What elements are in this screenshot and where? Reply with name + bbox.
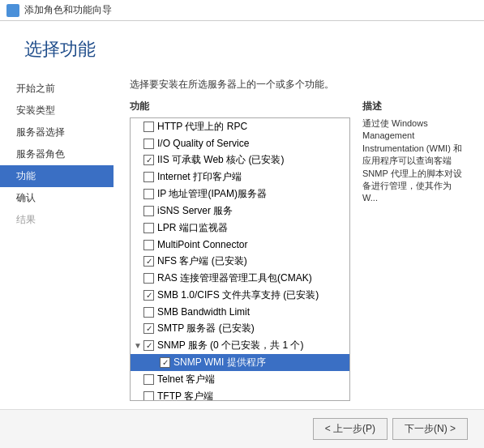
title-bar: 添加角色和功能向导 xyxy=(0,0,484,21)
feature-item-label: I/O Quality of Service xyxy=(157,138,249,149)
feature-checkbox[interactable] xyxy=(143,256,154,267)
feature-list-item[interactable]: iSNS Server 服务 xyxy=(131,203,349,220)
feature-checkbox[interactable] xyxy=(143,391,154,401)
sidebar-item[interactable]: 安装类型 xyxy=(0,100,114,122)
feature-checkbox[interactable] xyxy=(143,374,154,385)
feature-list-item[interactable]: NFS 客户端 (已安装) xyxy=(131,253,349,270)
feature-checkbox[interactable] xyxy=(143,189,154,199)
feature-item-label: IIS 可承载 Web 核心 (已安装) xyxy=(157,153,284,167)
next-button[interactable]: 下一步(N) > xyxy=(392,418,468,440)
feature-item-label: Telnet 客户端 xyxy=(157,373,215,386)
feature-item-label: RAS 连接管理器管理工具包(CMAK) xyxy=(157,271,312,285)
feature-item-label: iSNS Server 服务 xyxy=(157,204,233,218)
feature-label: 功能 xyxy=(130,100,350,113)
sidebar: 开始之前安装类型服务器选择服务器角色功能确认结果 xyxy=(0,70,114,409)
feature-list[interactable]: HTTP 代理上的 RPCI/O Quality of ServiceIIS 可… xyxy=(130,117,350,401)
feature-item-label: LPR 端口监视器 xyxy=(157,221,228,235)
main-container: 选择功能 开始之前安装类型服务器选择服务器角色功能确认结果 选择要安装在所选服务… xyxy=(0,21,484,448)
sidebar-item[interactable]: 服务器选择 xyxy=(0,122,114,143)
feature-checkbox[interactable] xyxy=(143,223,154,233)
feature-list-item[interactable]: I/O Quality of Service xyxy=(131,135,349,151)
feature-list-item[interactable]: MultiPoint Connector xyxy=(131,237,349,253)
feature-list-item[interactable]: SMB 1.0/CIFS 文件共享支持 (已安装) xyxy=(131,287,349,304)
description-section: 描述 通过使 Windows Management Instrumentatio… xyxy=(362,100,468,401)
feature-item-label: MultiPoint Connector xyxy=(157,239,247,250)
feature-checkbox[interactable] xyxy=(143,307,154,318)
main-content: 选择要安装在所选服务器上的一个或多个功能。 功能 HTTP 代理上的 RPCI/… xyxy=(114,70,484,409)
title-bar-text: 添加角色和功能向导 xyxy=(24,3,112,17)
feature-list-item[interactable]: IP 地址管理(IPAM)服务器 xyxy=(131,186,349,203)
feature-item-label: SNMP 服务 (0 个已安装，共 1 个) xyxy=(157,339,303,352)
desc-label: 描述 xyxy=(362,100,468,113)
feature-list-item[interactable]: TFTP 客户端 xyxy=(131,388,349,401)
feature-item-label: IP 地址管理(IPAM)服务器 xyxy=(157,187,267,201)
sidebar-item[interactable]: 功能 xyxy=(0,165,114,187)
feature-list-item[interactable]: ▼SNMP 服务 (0 个已安装，共 1 个) xyxy=(131,337,349,354)
feature-item-label: TFTP 客户端 xyxy=(157,390,213,401)
page-title: 选择功能 xyxy=(24,37,460,62)
feature-list-item[interactable]: IIS 可承载 Web 核心 (已安装) xyxy=(131,151,349,169)
feature-list-item[interactable]: Telnet 客户端 xyxy=(131,371,349,388)
feature-list-item[interactable]: HTTP 代理上的 RPC xyxy=(131,118,349,135)
sidebar-item[interactable]: 确认 xyxy=(0,187,114,209)
sidebar-item[interactable]: 开始之前 xyxy=(0,78,114,100)
desc-text: 通过使 Windows Management Instrumentation (… xyxy=(362,117,468,205)
content-area: 开始之前安装类型服务器选择服务器角色功能确认结果 选择要安装在所选服务器上的一个… xyxy=(0,70,484,409)
prev-button[interactable]: < 上一步(P) xyxy=(313,418,388,440)
sidebar-item: 结果 xyxy=(0,209,114,231)
feature-checkbox[interactable] xyxy=(143,206,154,216)
feature-checkbox[interactable] xyxy=(143,273,154,284)
feature-list-item[interactable]: SMB Bandwidth Limit xyxy=(131,304,349,320)
columns: 功能 HTTP 代理上的 RPCI/O Quality of ServiceII… xyxy=(130,100,468,401)
instruction-text: 选择要安装在所选服务器上的一个或多个功能。 xyxy=(130,78,468,92)
feature-section: 功能 HTTP 代理上的 RPCI/O Quality of ServiceII… xyxy=(130,100,350,401)
feature-item-label: SNMP WMI 提供程序 xyxy=(173,356,266,369)
feature-item-label: Internet 打印客户端 xyxy=(157,170,242,184)
feature-item-label: SMB 1.0/CIFS 文件共享支持 (已安装) xyxy=(157,288,319,302)
wizard-icon xyxy=(6,4,19,17)
feature-checkbox[interactable] xyxy=(160,357,170,368)
feature-item-label: SMTP 服务器 (已安装) xyxy=(157,322,255,335)
feature-list-item[interactable]: LPR 端口监视器 xyxy=(131,220,349,237)
feature-checkbox[interactable] xyxy=(143,172,154,182)
feature-item-label: NFS 客户端 (已安装) xyxy=(157,254,247,268)
footer: < 上一步(P) 下一步(N) > xyxy=(0,409,484,448)
feature-checkbox[interactable] xyxy=(143,122,154,132)
feature-item-label: HTTP 代理上的 RPC xyxy=(157,120,247,134)
feature-checkbox[interactable] xyxy=(143,340,154,351)
feature-item-label: SMB Bandwidth Limit xyxy=(157,306,250,318)
feature-checkbox[interactable] xyxy=(143,155,154,165)
feature-checkbox[interactable] xyxy=(143,323,154,334)
feature-list-item[interactable]: SMTP 服务器 (已安装) xyxy=(131,320,349,337)
feature-list-item[interactable]: Internet 打印客户端 xyxy=(131,169,349,186)
feature-checkbox[interactable] xyxy=(143,240,154,250)
sidebar-item[interactable]: 服务器角色 xyxy=(0,143,114,165)
feature-list-item[interactable]: SNMP WMI 提供程序 xyxy=(131,354,349,371)
feature-list-item[interactable]: RAS 连接管理器管理工具包(CMAK) xyxy=(131,270,349,287)
page-header: 选择功能 xyxy=(0,21,484,70)
feature-checkbox[interactable] xyxy=(143,139,154,149)
feature-checkbox[interactable] xyxy=(143,290,154,301)
tree-arrow-icon: ▼ xyxy=(134,341,143,350)
